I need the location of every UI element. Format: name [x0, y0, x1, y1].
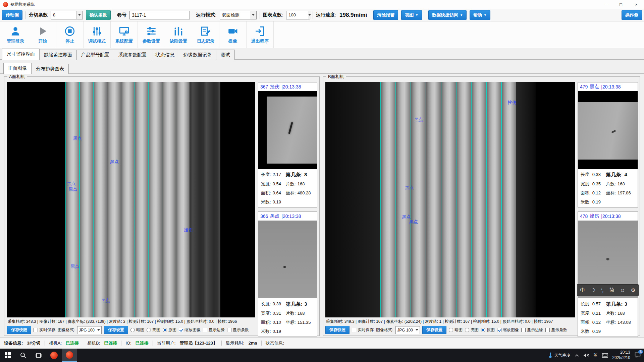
- stop-button[interactable]: 停止: [56, 21, 84, 48]
- save-settings-button[interactable]: 保存设置: [422, 326, 446, 334]
- realtime-save-checkbox[interactable]: 实时保存: [34, 327, 55, 333]
- search-button[interactable]: [15, 349, 31, 362]
- debug-mode-button[interactable]: 调试模式: [84, 21, 111, 48]
- monitor-gear-icon: [118, 25, 130, 37]
- slit-count-select[interactable]: 8: [51, 11, 83, 19]
- ime-fullwidth-icon[interactable]: ☽: [591, 287, 595, 293]
- volume-button[interactable]: [583, 353, 589, 358]
- image-format-select[interactable]: JPG 100: [77, 326, 102, 334]
- task-view-button[interactable]: [31, 349, 46, 362]
- bright-image-radio[interactable]: 亮图: [147, 327, 160, 333]
- drive-side-button[interactable]: 传动侧: [2, 10, 22, 20]
- stat-label: 坐标:: [606, 190, 616, 196]
- stat-value: 0.19: [592, 329, 601, 334]
- run-mode-select[interactable]: 双面检测: [220, 11, 257, 19]
- log-record-button[interactable]: 日志记录: [192, 21, 219, 48]
- original-image-radio[interactable]: 原图: [481, 327, 495, 333]
- close-button[interactable]: ×: [629, 0, 644, 9]
- save-snapshot-button[interactable]: 保存快照: [7, 326, 31, 334]
- zoom-image-checkbox[interactable]: 缩放图像: [497, 327, 519, 333]
- radio-icon: [130, 328, 135, 332]
- capture-image-button[interactable]: 提像: [219, 21, 247, 48]
- original-image-radio[interactable]: 原图: [163, 327, 176, 333]
- dark-image-radio[interactable]: 暗图: [449, 327, 463, 333]
- speed-value: 198.9m/mi: [339, 12, 367, 18]
- defect-settings-button[interactable]: 缺陷设置: [165, 21, 192, 48]
- stat-label: 米数:: [261, 199, 271, 205]
- defect-card[interactable]: 366 黑点 |20:13:38 长度:0.38 第几条:3 宽度:0.31 片…: [258, 212, 317, 337]
- pinned-app-button[interactable]: [46, 349, 62, 362]
- weather-widget[interactable]: 天气寒冷: [548, 352, 571, 358]
- tab-front-image[interactable]: 正面图像: [3, 63, 32, 74]
- system-config-button[interactable]: 系统配置: [111, 21, 138, 48]
- minimize-button[interactable]: –: [598, 0, 613, 9]
- camera-b-group-title: B面相机: [326, 74, 346, 80]
- view-menu-button[interactable]: 视图 ▼: [401, 10, 422, 20]
- defect-image: [578, 91, 638, 169]
- tab-size-monitor[interactable]: 尺寸监控界面: [2, 49, 40, 60]
- help-menu-button[interactable]: 帮助 ▼: [470, 10, 490, 20]
- ime-punctuation-icon[interactable]: ’,: [601, 287, 604, 293]
- tab-status-info[interactable]: 状态信息: [151, 50, 179, 60]
- tab-defect-monitor[interactable]: 缺陷监控界面: [39, 50, 77, 60]
- touch-keyboard-button[interactable]: [602, 353, 608, 358]
- save-snapshot-button[interactable]: 保存快照: [325, 326, 350, 334]
- maximize-button[interactable]: □: [613, 0, 629, 9]
- admin-login-button[interactable]: 管理登录: [2, 21, 29, 48]
- realtime-save-checkbox[interactable]: 实时保存: [352, 327, 374, 333]
- stat-value: 0.38: [592, 172, 601, 177]
- ime-settings-icon[interactable]: ⚙: [631, 287, 635, 293]
- stat-value: 197.86: [618, 190, 631, 195]
- zoom-image-checkbox[interactable]: 缩放图像: [179, 327, 201, 333]
- save-settings-button[interactable]: 保存设置: [104, 326, 128, 334]
- icon-label: 退出程序: [251, 38, 269, 44]
- bright-image-radio[interactable]: 亮图: [465, 327, 479, 333]
- tab-test[interactable]: 测试: [216, 50, 235, 60]
- slit-count-value: 8: [51, 11, 76, 19]
- roll-number-input[interactable]: [129, 11, 190, 19]
- defect-annotation: 黑点: [415, 117, 423, 123]
- strip-region: [380, 82, 518, 317]
- defect-card[interactable]: 479 黑点 |20:13:38 长度:0.38 第几条:4 宽度:0.35 片…: [578, 82, 638, 207]
- show-strips-checkbox[interactable]: 显示条数: [545, 327, 567, 333]
- tab-distribution-trend-chart[interactable]: 分布趋势图表: [31, 64, 69, 74]
- operator-side-button[interactable]: 操作侧: [622, 10, 642, 20]
- taskbar-clock[interactable]: 20:13 2025/2/10: [612, 350, 630, 360]
- confirm-count-button[interactable]: 确认条数: [86, 10, 111, 20]
- show-edge-checkbox[interactable]: 显示边缘: [521, 327, 543, 333]
- defect-annotation: 黑点: [69, 186, 77, 192]
- stat-label: 片数:: [606, 181, 616, 187]
- action-center-button[interactable]: 6: [635, 352, 641, 359]
- defect-card[interactable]: 367 挫伤 |20:13:38 长度:2.17 第几条:8 宽度:0.54 片…: [258, 82, 317, 207]
- icon-label: 管理登录: [7, 38, 24, 44]
- clear-alarm-button[interactable]: 清除报警: [373, 10, 398, 20]
- defect-annotation: 黑点: [409, 219, 418, 225]
- tab-edge-data-record[interactable]: 边缘数据记录: [179, 50, 216, 60]
- running-app-button[interactable]: [62, 349, 77, 362]
- defect-card[interactable]: 478 挫伤 |20:13:38 长度:0.57 第几条:3 宽度:0.21 片…: [578, 212, 638, 337]
- start-button[interactable]: 开始: [29, 21, 56, 48]
- sliders-vertical-icon: [91, 25, 103, 37]
- format-value: JPG 100: [79, 328, 95, 333]
- show-strips-checkbox[interactable]: 显示条数: [227, 327, 249, 333]
- tab-product-model-config[interactable]: 产品型号配置: [76, 50, 114, 60]
- tab-system-param-config[interactable]: 系统参数配置: [114, 50, 151, 60]
- start-button[interactable]: [0, 349, 15, 362]
- ime-simplified-button[interactable]: 简: [609, 287, 614, 293]
- language-indicator[interactable]: 英: [594, 353, 598, 358]
- device-info-value: 3#分切: [27, 340, 40, 346]
- defect-annotation: 黑点: [67, 181, 75, 187]
- stat-value: 3: [304, 301, 307, 307]
- param-settings-button[interactable]: 参数设置: [138, 21, 165, 48]
- show-edge-checkbox[interactable]: 显示边缘: [203, 327, 225, 333]
- image-format-select[interactable]: JPG 100: [395, 326, 420, 334]
- hidden-icons-button[interactable]: [575, 354, 579, 357]
- ime-emoji-icon[interactable]: ☺: [620, 287, 625, 293]
- chart-points-select[interactable]: 100: [286, 11, 310, 19]
- divider: [114, 11, 114, 19]
- ime-language-mode-button[interactable]: 中: [580, 287, 585, 293]
- window-title: 视觉检测系统: [10, 2, 35, 7]
- exit-program-button[interactable]: 退出程序: [247, 21, 274, 48]
- dark-image-radio[interactable]: 暗图: [130, 327, 144, 333]
- data-shortcut-menu-button[interactable]: 数据快捷访问 ▼: [428, 10, 467, 20]
